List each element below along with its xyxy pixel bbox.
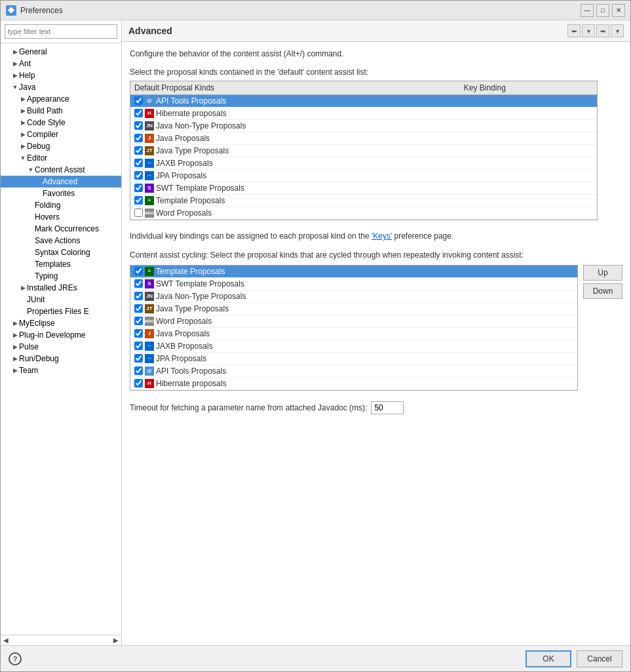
cycling-checkbox[interactable] bbox=[134, 329, 143, 338]
table-row[interactable]: @ API Tools Proposals bbox=[130, 94, 597, 108]
proposal-checkbox[interactable] bbox=[134, 171, 143, 180]
sidebar-item-java[interactable]: Java bbox=[1, 81, 121, 93]
proposal-checkbox[interactable] bbox=[134, 196, 143, 205]
sidebar-item-syntax-coloring[interactable]: Syntax Coloring bbox=[1, 247, 121, 258]
ok-button[interactable]: OK bbox=[526, 650, 571, 667]
cycling-buttons: Up Down bbox=[583, 265, 622, 299]
list-item[interactable]: ≡ Template Proposals bbox=[130, 266, 577, 278]
list-item[interactable]: ↔ JPA Proposals bbox=[130, 353, 577, 365]
table-row[interactable]: J Java Proposals bbox=[130, 132, 597, 145]
content-header: Advanced ⬅ ▾ ➡ ▾ bbox=[122, 20, 630, 42]
sidebar-item-hovers[interactable]: Hovers bbox=[1, 211, 121, 223]
proposal-checkbox[interactable] bbox=[134, 121, 143, 130]
cycling-checkbox[interactable] bbox=[134, 279, 143, 288]
arrow-icon bbox=[27, 260, 35, 268]
list-item[interactable]: @ API Tools Proposals bbox=[130, 365, 577, 378]
back-button[interactable]: ⬅ bbox=[567, 24, 581, 37]
cycling-label: Word Proposals bbox=[156, 317, 212, 326]
bottom-left: ? bbox=[9, 652, 520, 665]
sidebar-item-label: Debug bbox=[27, 142, 50, 151]
cycling-checkbox[interactable] bbox=[134, 354, 143, 363]
arrow-icon bbox=[27, 248, 35, 256]
sidebar-item-general[interactable]: General bbox=[1, 46, 121, 58]
sidebar-item-ant[interactable]: Ant bbox=[1, 58, 121, 69]
sidebar-item-help[interactable]: Help bbox=[1, 69, 121, 81]
content-panel: Advanced ⬅ ▾ ➡ ▾ Configure the behavior … bbox=[122, 20, 630, 645]
list-item[interactable]: abc Word Proposals bbox=[130, 315, 577, 328]
sidebar-item-save-actions[interactable]: Save Actions bbox=[1, 235, 121, 247]
table-row[interactable]: ≡ Template Proposals bbox=[130, 195, 597, 207]
up-button[interactable]: Up bbox=[583, 265, 622, 281]
proposal-label: JAXB Proposals bbox=[156, 159, 213, 168]
sidebar-item-compiler[interactable]: Compiler bbox=[1, 128, 121, 140]
proposal-checkbox[interactable] bbox=[134, 96, 143, 105]
sidebar-item-appearance[interactable]: Appearance bbox=[1, 93, 121, 105]
filter-input[interactable] bbox=[5, 24, 117, 39]
close-button[interactable]: ✕ bbox=[612, 4, 625, 17]
maximize-button[interactable]: □ bbox=[596, 4, 609, 17]
list-item[interactable]: ↔ JAXB Proposals bbox=[130, 340, 577, 353]
forward-button[interactable]: ➡ bbox=[596, 24, 609, 37]
sidebar-item-debug[interactable]: Debug bbox=[1, 140, 121, 152]
nav-dropdown2-button[interactable]: ▾ bbox=[611, 24, 624, 37]
sidebar-item-plug-in-development[interactable]: Plug-in Developme bbox=[1, 329, 121, 341]
sidebar-item-myeclipse[interactable]: MyEclipse bbox=[1, 317, 121, 329]
proposal-checkbox[interactable] bbox=[134, 134, 143, 142]
timeout-input[interactable] bbox=[371, 401, 404, 414]
table-row[interactable]: ↔ JPA Proposals bbox=[130, 170, 597, 182]
list-item[interactable]: H Hibernate proposals bbox=[130, 378, 577, 390]
proposal-checkbox[interactable] bbox=[134, 109, 143, 117]
scroll-left-icon[interactable]: ◀ bbox=[3, 637, 9, 644]
app-icon bbox=[6, 5, 16, 16]
cycling-checkbox[interactable] bbox=[134, 267, 143, 275]
list-item[interactable]: JT Java Type Proposals bbox=[130, 303, 577, 315]
arrow-icon bbox=[11, 48, 19, 56]
cycling-checkbox[interactable] bbox=[134, 292, 143, 300]
table-row[interactable]: JT Java Type Proposals bbox=[130, 145, 597, 157]
table-row[interactable]: abc Word Proposals bbox=[130, 207, 597, 220]
table-row[interactable]: S SWT Template Proposals bbox=[130, 182, 597, 195]
list-item[interactable]: J Java Proposals bbox=[130, 328, 577, 340]
sidebar-item-typing[interactable]: Typing bbox=[1, 270, 121, 282]
sidebar-item-build-path[interactable]: Build Path bbox=[1, 105, 121, 117]
sidebar-item-favorites[interactable]: Favorites bbox=[1, 188, 121, 199]
sidebar-item-team[interactable]: Team bbox=[1, 365, 121, 376]
sidebar-item-junit[interactable]: JUnit bbox=[1, 294, 121, 306]
keys-link[interactable]: 'Keys' bbox=[372, 231, 392, 241]
proposal-checkbox[interactable] bbox=[134, 159, 143, 167]
list-item[interactable]: JN Java Non-Type Proposals bbox=[130, 290, 577, 303]
nav-dropdown-button[interactable]: ▾ bbox=[582, 24, 595, 37]
sidebar-item-content-assist[interactable]: Content Assist bbox=[1, 164, 121, 176]
proposal-checkbox[interactable] bbox=[134, 208, 143, 217]
minimize-button[interactable]: — bbox=[581, 4, 594, 17]
sidebar-item-mark-occurrences[interactable]: Mark Occurrences bbox=[1, 223, 121, 235]
proposal-label: SWT Template Proposals bbox=[156, 184, 244, 193]
cycling-checkbox[interactable] bbox=[134, 317, 143, 325]
proposal-checkbox[interactable] bbox=[134, 146, 143, 155]
table-row[interactable]: H Hibernate proposals bbox=[130, 108, 597, 120]
sidebar-item-code-style[interactable]: Code Style bbox=[1, 117, 121, 128]
sidebar-item-run-debug[interactable]: Run/Debug bbox=[1, 353, 121, 365]
cycling-checkbox[interactable] bbox=[134, 379, 143, 387]
sidebar-item-editor[interactable]: Editor bbox=[1, 152, 121, 164]
cycling-checkbox[interactable] bbox=[134, 366, 143, 375]
cancel-button[interactable]: Cancel bbox=[577, 650, 622, 667]
table-row[interactable]: JN Java Non-Type Proposals bbox=[130, 120, 597, 132]
cycling-checkbox[interactable] bbox=[134, 342, 143, 350]
sidebar-item-folding[interactable]: Folding bbox=[1, 199, 121, 211]
cycling-checkbox[interactable] bbox=[134, 304, 143, 313]
sidebar-item-label: Installed JREs bbox=[27, 283, 77, 292]
sidebar-item-templates[interactable]: Templates bbox=[1, 258, 121, 270]
table-row[interactable]: ↔ JAXB Proposals bbox=[130, 157, 597, 170]
sidebar-item-properties-files[interactable]: Properties Files E bbox=[1, 306, 121, 317]
list-item[interactable]: S SWT Template Proposals bbox=[130, 278, 577, 290]
sidebar-item-advanced[interactable]: Advanced bbox=[1, 176, 121, 188]
sidebar-item-pulse[interactable]: Pulse bbox=[1, 341, 121, 353]
sidebar-item-installed-jres[interactable]: Installed JREs bbox=[1, 282, 121, 294]
proposal-checkbox[interactable] bbox=[134, 184, 143, 192]
down-button[interactable]: Down bbox=[583, 283, 622, 299]
scroll-right-icon[interactable]: ▶ bbox=[113, 637, 119, 644]
arrow-icon bbox=[19, 142, 27, 150]
key-binding-cell bbox=[460, 182, 598, 195]
help-icon[interactable]: ? bbox=[9, 652, 22, 665]
